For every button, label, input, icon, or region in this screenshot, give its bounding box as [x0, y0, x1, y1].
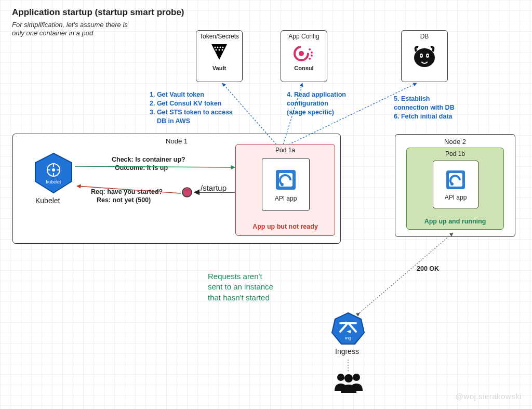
steps-vault: 1. Get Vault token 2. Get Consul KV toke… — [150, 90, 233, 126]
step-5b: connection with DB — [394, 103, 455, 112]
ingress-label: Ingress — [335, 347, 359, 355]
svg-point-6 — [219, 49, 220, 51]
step-3b: DB in AWS — [150, 117, 233, 126]
svg-point-18 — [427, 55, 429, 57]
diagram-subtitle-l1: For simplification, let's assume there i… — [12, 21, 128, 29]
svg-point-14 — [414, 48, 435, 67]
svg-marker-0 — [211, 44, 227, 60]
step-5a: 5. Establish — [394, 95, 455, 103]
users-icon — [330, 371, 367, 394]
diagram-subtitle-l2: only one container in a pod — [12, 29, 93, 37]
service-vault: Token/Secrets Vault — [196, 30, 243, 82]
svg-point-1 — [215, 47, 216, 48]
svg-point-3 — [220, 47, 221, 48]
svg-point-12 — [311, 55, 313, 57]
pod-1a-title: Pod 1a — [236, 147, 335, 154]
ingress-icon: ing — [330, 311, 366, 347]
steps-consul: 4. Read application configuration (stage… — [287, 90, 346, 117]
pod-1a-app-label: API app — [275, 195, 297, 202]
kubelet-label: Kubelet — [35, 196, 60, 205]
watermark: @woj.sierakowski — [456, 392, 522, 401]
svg-point-37 — [337, 374, 344, 381]
pod-1b-status: App up and running — [407, 218, 503, 225]
step-4c: (stage specific) — [287, 108, 346, 117]
api-app-icon — [444, 168, 468, 192]
step-4b: configuration — [287, 99, 346, 108]
api-app-icon — [273, 167, 299, 193]
diagram-title: Application startup (startup smart probe… — [12, 7, 184, 18]
message: Requests aren't sent to an instance that… — [208, 271, 273, 303]
message-l1: Requests aren't — [208, 271, 273, 282]
probe-line-1: Req: have you started? — [91, 188, 163, 195]
svg-line-47 — [360, 233, 453, 313]
svg-point-7 — [222, 49, 223, 51]
svg-point-39 — [344, 374, 353, 382]
pod-1b-title: Pod 1b — [407, 150, 503, 157]
pod-1b-app: API app — [433, 161, 478, 208]
svg-point-38 — [353, 374, 360, 381]
vault-icon — [206, 42, 232, 65]
consul-icon — [291, 42, 317, 65]
service-db: DB — [401, 30, 448, 82]
step-2: 2. Get Consul KV token — [150, 99, 233, 108]
pod-1a-app: API app — [262, 158, 310, 211]
pod-1b: Pod 1b API app App up and running — [406, 148, 504, 230]
svg-point-4 — [222, 47, 224, 48]
service-vault-title: Token/Secrets — [200, 33, 239, 40]
svg-point-17 — [421, 55, 422, 57]
pod-1a: Pod 1a API app App up but not ready — [235, 144, 335, 236]
svg-point-32 — [450, 182, 454, 186]
pod-1b-app-label: API app — [445, 194, 467, 201]
step-1: 1. Get Vault token — [150, 90, 233, 99]
svg-point-13 — [309, 58, 311, 60]
service-consul-title: App Config — [288, 33, 319, 40]
pod-1a-status: App up but not ready — [236, 223, 335, 230]
step-3a: 3. Get STS token to access — [150, 108, 233, 117]
svg-point-10 — [309, 48, 311, 50]
service-db-title: DB — [420, 33, 429, 40]
svg-point-29 — [281, 183, 284, 186]
message-l2: sent to an instance — [208, 282, 273, 292]
startup-endpoint: /startup — [201, 183, 227, 192]
check-line-2: Outcome: It is up — [115, 164, 168, 171]
step-6: 6. Fetch initial data — [394, 112, 455, 121]
svg-point-9 — [299, 51, 304, 56]
steps-db: 5. Establish connection with DB 6. Fetch… — [394, 95, 455, 121]
step-4a: 4. Read application — [287, 90, 346, 99]
postgres-icon — [410, 42, 439, 71]
svg-point-2 — [217, 47, 219, 48]
service-vault-name: Vault — [212, 65, 226, 71]
check-line-1: Check: Is container up? — [112, 156, 185, 163]
probe-dot — [181, 186, 193, 199]
kubelet-icon: kubelet — [31, 151, 76, 196]
svg-point-40 — [182, 188, 192, 197]
message-l3: that hasn't started — [208, 293, 273, 303]
svg-text:kubelet: kubelet — [46, 179, 61, 184]
svg-text:ing: ing — [345, 335, 351, 340]
node-2-label: Node 2 — [395, 138, 515, 146]
probe-line-2: Res: not yet (500) — [97, 196, 151, 204]
svg-point-21 — [52, 168, 55, 171]
service-consul-name: Consul — [294, 65, 313, 71]
svg-point-5 — [216, 49, 217, 51]
response-200: 200 OK — [417, 265, 439, 272]
svg-point-11 — [311, 51, 313, 54]
service-consul: App Config Consul — [281, 30, 327, 82]
